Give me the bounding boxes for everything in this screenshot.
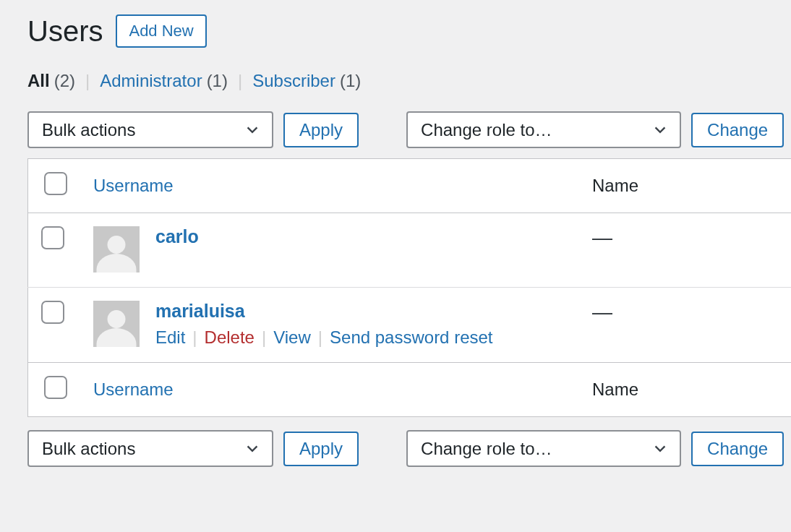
row-checkbox[interactable]: [41, 301, 64, 324]
filter-all-count: (2): [54, 71, 75, 91]
table-header-row: Username Name: [28, 159, 792, 213]
column-name: Name: [592, 379, 638, 399]
bulk-actions-select[interactable]: Bulk actions: [27, 111, 273, 148]
filter-sep: |: [238, 71, 242, 91]
table-row: carlo —: [28, 213, 792, 288]
edit-link[interactable]: Edit: [155, 327, 185, 348]
change-role-select-wrap: Change role to…: [406, 111, 681, 148]
name-value: —: [592, 301, 612, 323]
filter-subscriber[interactable]: Subscriber (1): [252, 71, 361, 91]
select-all-checkbox[interactable]: [44, 172, 67, 195]
add-new-button[interactable]: Add New: [116, 14, 206, 48]
avatar: [93, 301, 140, 347]
send-password-reset-link[interactable]: Send password reset: [330, 327, 492, 348]
change-role-select[interactable]: Change role to…: [406, 430, 681, 467]
table-row: marialuisa Edit | Delete | View | Send p…: [28, 288, 792, 363]
bulk-actions-select-wrap: Bulk actions: [27, 430, 273, 467]
column-name: Name: [592, 176, 638, 195]
change-role-select[interactable]: Change role to…: [406, 111, 681, 148]
username-link[interactable]: carlo: [155, 226, 199, 247]
filter-links: All (2) | Administrator (1) | Subscriber…: [27, 71, 791, 91]
username-link[interactable]: marialuisa: [155, 301, 493, 322]
action-sep: |: [318, 327, 322, 348]
bulk-actions-select[interactable]: Bulk actions: [27, 430, 273, 467]
avatar: [93, 226, 140, 273]
filter-administrator-count: (1): [207, 71, 228, 91]
table-footer-row: Username Name: [28, 363, 792, 417]
view-link[interactable]: View: [273, 327, 311, 348]
apply-bulk-button[interactable]: Apply: [283, 432, 359, 466]
select-all-checkbox[interactable]: [44, 376, 67, 399]
name-value: —: [592, 226, 612, 249]
users-table: Username Name carlo —: [27, 158, 791, 417]
bulk-actions-select-wrap: Bulk actions: [27, 111, 273, 148]
filter-administrator-label: Administrator: [100, 71, 202, 91]
change-role-button[interactable]: Change: [691, 113, 784, 147]
apply-bulk-button[interactable]: Apply: [283, 113, 359, 147]
row-checkbox[interactable]: [41, 226, 64, 249]
filter-all-label: All: [27, 71, 50, 91]
page-header: Users Add New: [27, 14, 791, 48]
filter-subscriber-label: Subscriber: [252, 71, 335, 91]
column-username[interactable]: Username: [93, 176, 174, 195]
tablenav-top: Bulk actions Apply Change role to… Chang…: [27, 111, 791, 148]
delete-link[interactable]: Delete: [205, 327, 255, 348]
action-sep: |: [262, 327, 266, 348]
change-role-button[interactable]: Change: [691, 432, 784, 466]
filter-subscriber-count: (1): [340, 71, 361, 91]
row-actions: Edit | Delete | View | Send password res…: [155, 327, 493, 348]
column-username[interactable]: Username: [93, 379, 174, 399]
filter-administrator[interactable]: Administrator (1): [100, 71, 228, 91]
change-role-select-wrap: Change role to…: [406, 430, 681, 467]
filter-sep: |: [85, 71, 90, 91]
action-sep: |: [192, 327, 197, 348]
filter-all[interactable]: All (2): [27, 71, 75, 91]
page-title: Users: [27, 15, 103, 48]
tablenav-bottom: Bulk actions Apply Change role to… Chang…: [27, 430, 791, 467]
